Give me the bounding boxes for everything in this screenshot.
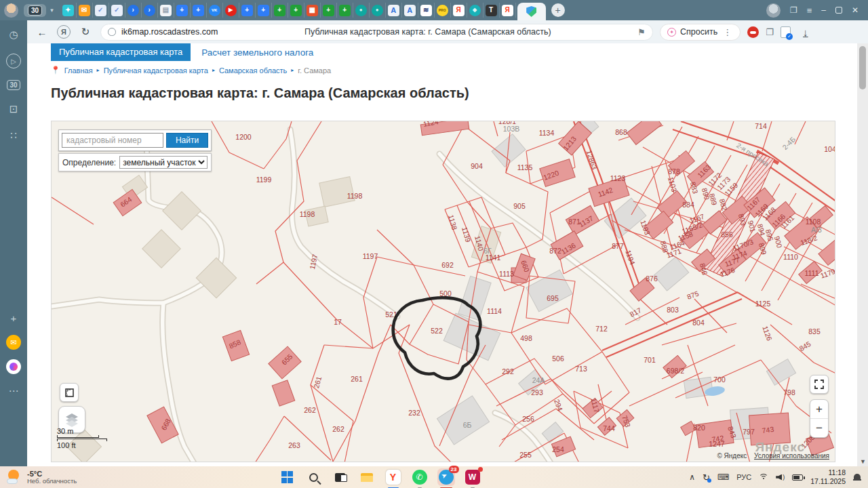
sync-icon[interactable]: ↻ (703, 472, 710, 483)
profile-avatar[interactable] (4, 3, 18, 18)
search-button[interactable]: Найти (166, 133, 208, 148)
adblock-icon[interactable] (747, 26, 759, 38)
back-button[interactable]: ← (34, 26, 50, 38)
touch-keyboard-icon[interactable]: ⌨ (717, 472, 729, 482)
tab-land-tax[interactable]: Расчет земельного налога (199, 43, 316, 62)
address-bar[interactable]: ik6map.roscadastres.com Публичная кадаст… (100, 24, 653, 41)
maximize-button[interactable] (835, 7, 842, 14)
map-container[interactable]: 1200119911981198119711976648586556681752… (51, 121, 835, 462)
new-tab-button[interactable]: + (551, 3, 565, 17)
browser-tab[interactable]: ▦ (304, 3, 321, 18)
browser-tab[interactable]: + (239, 3, 256, 18)
tray-expand-icon[interactable]: ∧ (689, 472, 695, 482)
video-icon[interactable]: ▷ (6, 54, 21, 68)
browser-tab[interactable]: ✓ (93, 3, 109, 18)
page-scrollbar[interactable]: ▼ (857, 43, 868, 466)
more-icon[interactable]: ⋯ (6, 384, 21, 399)
browser-tab[interactable]: › (142, 3, 158, 18)
tab-group-chip[interactable]: 30 (24, 4, 46, 17)
zoom-in-button[interactable]: + (810, 400, 828, 419)
user-avatar[interactable] (766, 3, 781, 18)
task-view-button[interactable] (332, 468, 349, 486)
browser-tab[interactable]: A (402, 3, 418, 18)
browser-tab[interactable]: › (125, 3, 142, 18)
history-icon[interactable]: ◷ (6, 27, 21, 42)
browser-tab[interactable]: ▶ (223, 3, 239, 18)
scrollbar-thumb[interactable] (859, 46, 866, 89)
browser-tab[interactable]: Т (484, 3, 500, 18)
tab-cadastral-map[interactable]: Публичная кадастровая карта (51, 43, 191, 61)
browser-tab[interactable]: + (288, 3, 304, 18)
weather-widget[interactable]: -5°C Неб. облачность (7, 469, 149, 485)
minimize-button[interactable]: – (821, 5, 826, 15)
file-explorer-button[interactable] (358, 468, 376, 486)
browser-tab[interactable]: ✓ (109, 3, 125, 18)
scroll-down-arrow[interactable]: ▼ (860, 458, 866, 465)
downloads-icon[interactable]: ↓ (797, 26, 814, 38)
measure-button[interactable] (60, 383, 79, 402)
alice-icon[interactable] (6, 359, 21, 374)
browser-tab[interactable]: ● (353, 3, 370, 18)
add-panel-icon[interactable]: + (6, 310, 21, 325)
browser-tab[interactable]: ▤ (158, 3, 174, 18)
wifi-icon[interactable] (759, 474, 768, 481)
browser-tab[interactable]: ✉ (77, 3, 93, 18)
browser-tab[interactable]: A (386, 3, 402, 18)
doc-check-extension-icon[interactable] (781, 26, 791, 38)
close-button[interactable]: ✕ (852, 5, 859, 15)
active-tab[interactable] (517, 3, 546, 20)
panels-icon[interactable]: ❐ (766, 27, 774, 37)
site-security-icon[interactable] (108, 28, 116, 36)
wildberries-button[interactable]: W (464, 468, 481, 486)
language-indicator[interactable]: РУС (736, 473, 751, 481)
browser-tab[interactable]: ● (370, 3, 386, 18)
reload-button[interactable]: ↻ (77, 26, 94, 38)
ask-alice-button[interactable]: ✦ Спросить ⋮ (660, 24, 741, 41)
breadcrumb-item[interactable]: Публичная кадастровая карта (104, 66, 208, 75)
svg-text:803: 803 (667, 306, 679, 314)
fullscreen-button[interactable] (810, 375, 829, 394)
mail-icon[interactable]: ✉ (6, 335, 21, 350)
battery-icon[interactable] (792, 474, 803, 481)
search-input[interactable] (62, 133, 163, 148)
kebab-icon[interactable]: ⋮ (722, 27, 733, 37)
definition-select[interactable]: земельный участок (119, 156, 208, 169)
yandex-browser-button[interactable]: Y (384, 468, 402, 486)
bookmark-icon[interactable]: ⚑ (637, 27, 646, 37)
notifications-bell-icon[interactable] (853, 473, 861, 481)
breadcrumb-separator: ▸ (212, 67, 215, 73)
terms-link[interactable]: Условия использования (754, 452, 829, 460)
breadcrumb-item[interactable]: Главная (64, 66, 93, 75)
whatsapp-button[interactable]: ✆ (411, 468, 429, 486)
apps-grid-icon[interactable]: ∷ (6, 128, 21, 143)
browser-tab[interactable]: + (272, 3, 288, 18)
browser-tab[interactable]: VK (207, 3, 223, 18)
svg-text:1125: 1125 (755, 300, 771, 308)
browser-tab[interactable]: + (321, 3, 337, 18)
yandex-button[interactable]: Я (57, 25, 71, 39)
breadcrumb-item[interactable]: Самарская область (219, 66, 287, 75)
browser-tab[interactable]: ≋ (418, 3, 435, 18)
browser-tab[interactable]: Я (451, 3, 467, 18)
screenshot-icon[interactable]: ⊡ (6, 102, 21, 117)
clock[interactable]: 11:18 17.11.2025 (810, 468, 846, 486)
browser-tab[interactable]: + (256, 3, 272, 18)
browser-tab[interactable]: + (174, 3, 191, 18)
svg-text:876: 876 (646, 274, 658, 283)
menu-icon[interactable]: ≡ (807, 5, 812, 16)
browser-tab[interactable]: PRO (435, 3, 451, 18)
browser-tab[interactable]: Я (500, 3, 516, 18)
browser-tab[interactable]: + (191, 3, 207, 18)
volume-icon[interactable]: ) (776, 474, 785, 481)
browser-tab[interactable]: ◆ (467, 3, 484, 18)
svg-text:1110: 1110 (783, 253, 798, 261)
browser-tab[interactable]: ✦ (60, 3, 77, 18)
telegram-button[interactable]: 23 (437, 468, 455, 486)
browser-tab[interactable]: + (337, 3, 353, 18)
tab-search-icon[interactable]: ❐ (790, 5, 797, 15)
search-taskbar-button[interactable] (305, 468, 323, 486)
start-button[interactable] (279, 468, 296, 486)
calendar-30-icon[interactable]: 30 (7, 80, 20, 90)
chevron-down-icon[interactable]: ▾ (50, 7, 54, 14)
zoom-out-button[interactable]: − (810, 419, 828, 437)
